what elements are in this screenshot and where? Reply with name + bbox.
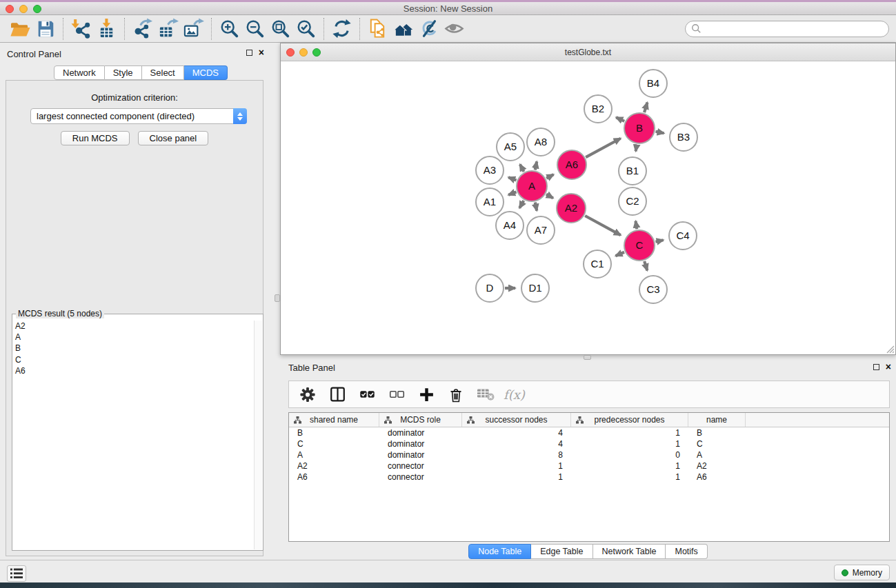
column-header-mcds-role[interactable]: MCDS role <box>379 413 462 427</box>
edge-C-C2[interactable] <box>635 221 637 230</box>
tab-edge-table[interactable]: Edge Table <box>531 544 593 559</box>
clear-table-button[interactable] <box>474 383 497 405</box>
edge-C-C4[interactable] <box>655 240 663 242</box>
result-item[interactable]: C <box>14 354 253 365</box>
edge-A-A3[interactable] <box>508 177 516 180</box>
edge-A-A6[interactable] <box>546 174 553 179</box>
edge-A6-B[interactable] <box>586 139 621 157</box>
node-D1[interactable]: D1 <box>521 274 549 302</box>
zoom-fit-button[interactable] <box>268 17 293 41</box>
node-B3[interactable]: B3 <box>670 123 697 151</box>
edge-B-B3[interactable] <box>656 132 664 133</box>
network-close-button[interactable] <box>286 48 295 57</box>
export-table-button[interactable] <box>155 17 181 41</box>
export-image-button[interactable] <box>181 17 206 41</box>
table-row[interactable]: Bdominator41B <box>289 427 889 438</box>
edge-A2-C[interactable] <box>585 216 621 235</box>
column-header-shared-name[interactable]: shared name <box>289 413 379 427</box>
node-A7[interactable]: A7 <box>527 216 555 244</box>
hide-labels-button[interactable] <box>416 17 441 41</box>
float-panel-icon[interactable] <box>873 364 879 370</box>
edge-A-A7[interactable] <box>535 203 537 211</box>
node-C2[interactable]: C2 <box>619 187 646 215</box>
float-panel-icon[interactable] <box>246 50 252 56</box>
node-B[interactable]: B <box>624 113 655 143</box>
edge-B-B2[interactable] <box>616 117 624 121</box>
edge-C-C3[interactable] <box>644 261 647 270</box>
tab-style[interactable]: Style <box>105 65 142 80</box>
result-item[interactable]: A2 <box>14 321 253 332</box>
maximize-window-button[interactable] <box>33 5 41 13</box>
open-session-button[interactable] <box>7 17 32 41</box>
node-A4[interactable]: A4 <box>496 212 524 239</box>
table-row[interactable]: A6connector11A6 <box>289 472 889 483</box>
new-network-from-selection-button[interactable] <box>365 17 390 41</box>
tab-motifs[interactable]: Motifs <box>666 544 707 559</box>
splitter-grip-vertical[interactable] <box>275 294 280 302</box>
node-A2[interactable]: A2 <box>557 194 586 223</box>
column-header-name[interactable]: name <box>688 413 746 427</box>
node-A[interactable]: A <box>517 171 547 201</box>
function-builder-button[interactable]: f(x) <box>504 387 525 402</box>
network-canvas[interactable]: B4B2BB3A8A5A6B1A3AA1C2A2A4A7C4CC1C3DD1 <box>281 61 895 354</box>
edge-B-B4[interactable] <box>644 103 647 112</box>
criterion-dropdown[interactable]: largest connected component (directed) <box>30 108 247 124</box>
node-D[interactable]: D <box>476 274 504 302</box>
create-column-button[interactable] <box>415 383 438 405</box>
edge-C-C1[interactable] <box>616 252 625 256</box>
result-item[interactable]: A6 <box>14 365 253 376</box>
table-settings-button[interactable] <box>296 383 319 405</box>
edge-B-B1[interactable] <box>636 145 637 152</box>
delete-columns-button[interactable] <box>444 383 468 405</box>
splitter-grip-horizontal[interactable] <box>584 355 591 360</box>
show-task-history-button[interactable] <box>7 565 26 582</box>
network-minimize-button[interactable] <box>299 48 308 57</box>
search-field[interactable] <box>685 21 889 37</box>
edge-A-A8[interactable] <box>535 161 537 170</box>
node-A1[interactable]: A1 <box>476 188 504 216</box>
node-B4[interactable]: B4 <box>639 70 667 97</box>
tab-node-table[interactable]: Node Table <box>468 544 531 559</box>
column-header-predecessor-nodes[interactable]: predecessor nodes <box>571 413 688 427</box>
tab-select[interactable]: Select <box>142 65 184 80</box>
node-B2[interactable]: B2 <box>584 95 612 123</box>
minimize-window-button[interactable] <box>19 5 28 13</box>
result-scrollbar[interactable] <box>254 321 262 549</box>
zoom-in-button[interactable] <box>217 17 242 41</box>
apply-layout-button[interactable] <box>329 17 355 41</box>
select-all-button[interactable] <box>355 383 379 405</box>
close-panel-icon[interactable]: × <box>259 49 264 56</box>
edge-A-A1[interactable] <box>508 192 516 194</box>
column-header-successor-nodes[interactable]: successor nodes <box>462 413 571 427</box>
table-row[interactable]: Adominator80A <box>289 449 889 460</box>
node-A6[interactable]: A6 <box>557 150 586 179</box>
tab-network[interactable]: Network <box>54 65 105 80</box>
node-C1[interactable]: C1 <box>584 250 611 278</box>
table-row[interactable]: A2connector11A2 <box>289 460 889 472</box>
network-maximize-button[interactable] <box>312 48 321 57</box>
network-window-titlebar[interactable]: testGlobe.txt <box>281 43 895 61</box>
show-graphics-details-button[interactable] <box>441 17 467 41</box>
reset-panels-button[interactable] <box>390 17 416 41</box>
node-C3[interactable]: C3 <box>639 276 667 303</box>
export-network-button[interactable] <box>130 17 155 41</box>
node-A3[interactable]: A3 <box>476 156 504 184</box>
node-B1[interactable]: B1 <box>619 157 646 185</box>
edge-A-A4[interactable] <box>519 201 524 208</box>
result-item[interactable]: B <box>14 343 253 354</box>
node-C[interactable]: C <box>624 230 655 261</box>
node-A8[interactable]: A8 <box>527 128 555 156</box>
run-mcds-button[interactable]: Run MCDS <box>61 131 130 145</box>
node-C4[interactable]: C4 <box>669 222 697 250</box>
memory-button[interactable]: Memory <box>834 565 890 580</box>
tab-network-table[interactable]: Network Table <box>593 544 666 559</box>
edge-A-A5[interactable] <box>520 164 524 171</box>
import-table-button[interactable] <box>94 17 119 41</box>
search-input[interactable] <box>701 24 883 34</box>
zoom-selected-button[interactable] <box>293 17 319 41</box>
tab-mcds[interactable]: MCDS <box>184 65 228 80</box>
zoom-out-button[interactable] <box>242 17 268 41</box>
toggle-column-panel-button[interactable] <box>326 383 349 405</box>
edge-A-A2[interactable] <box>546 194 553 199</box>
node-A5[interactable]: A5 <box>497 133 524 161</box>
